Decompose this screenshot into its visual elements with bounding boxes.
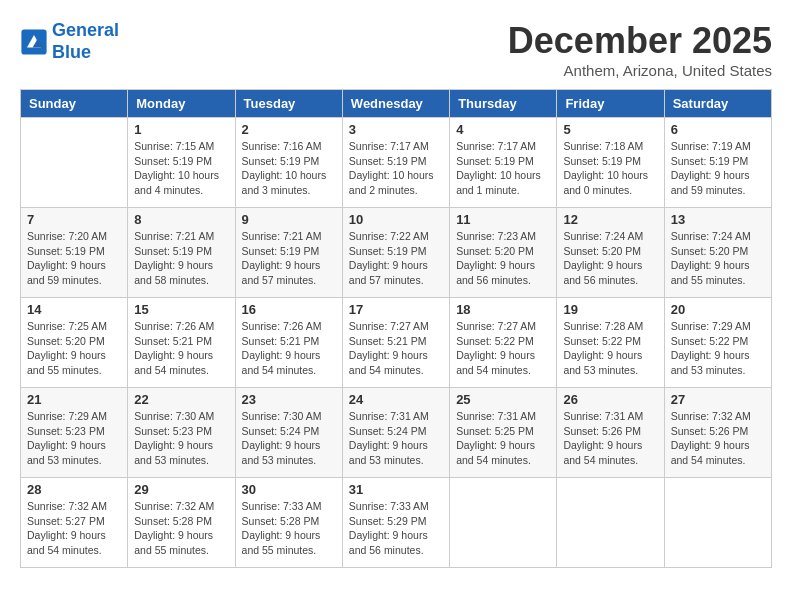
day-cell: 11Sunrise: 7:23 AMSunset: 5:20 PMDayligh…	[450, 208, 557, 298]
day-number: 1	[134, 122, 228, 137]
day-cell: 8Sunrise: 7:21 AMSunset: 5:19 PMDaylight…	[128, 208, 235, 298]
day-cell: 9Sunrise: 7:21 AMSunset: 5:19 PMDaylight…	[235, 208, 342, 298]
day-info: Sunrise: 7:19 AMSunset: 5:19 PMDaylight:…	[671, 139, 765, 198]
day-number: 27	[671, 392, 765, 407]
week-row-1: 1Sunrise: 7:15 AMSunset: 5:19 PMDaylight…	[21, 118, 772, 208]
day-info: Sunrise: 7:25 AMSunset: 5:20 PMDaylight:…	[27, 319, 121, 378]
day-number: 8	[134, 212, 228, 227]
day-cell: 18Sunrise: 7:27 AMSunset: 5:22 PMDayligh…	[450, 298, 557, 388]
day-number: 30	[242, 482, 336, 497]
day-info: Sunrise: 7:33 AMSunset: 5:28 PMDaylight:…	[242, 499, 336, 558]
day-number: 24	[349, 392, 443, 407]
header-row: SundayMondayTuesdayWednesdayThursdayFrid…	[21, 90, 772, 118]
day-number: 15	[134, 302, 228, 317]
day-cell: 22Sunrise: 7:30 AMSunset: 5:23 PMDayligh…	[128, 388, 235, 478]
day-info: Sunrise: 7:26 AMSunset: 5:21 PMDaylight:…	[134, 319, 228, 378]
day-cell: 10Sunrise: 7:22 AMSunset: 5:19 PMDayligh…	[342, 208, 449, 298]
day-info: Sunrise: 7:20 AMSunset: 5:19 PMDaylight:…	[27, 229, 121, 288]
day-cell: 28Sunrise: 7:32 AMSunset: 5:27 PMDayligh…	[21, 478, 128, 568]
day-info: Sunrise: 7:32 AMSunset: 5:27 PMDaylight:…	[27, 499, 121, 558]
day-info: Sunrise: 7:17 AMSunset: 5:19 PMDaylight:…	[349, 139, 443, 198]
day-cell: 1Sunrise: 7:15 AMSunset: 5:19 PMDaylight…	[128, 118, 235, 208]
day-cell: 13Sunrise: 7:24 AMSunset: 5:20 PMDayligh…	[664, 208, 771, 298]
day-info: Sunrise: 7:21 AMSunset: 5:19 PMDaylight:…	[134, 229, 228, 288]
day-cell: 4Sunrise: 7:17 AMSunset: 5:19 PMDaylight…	[450, 118, 557, 208]
col-header-tuesday: Tuesday	[235, 90, 342, 118]
col-header-wednesday: Wednesday	[342, 90, 449, 118]
day-cell	[557, 478, 664, 568]
day-info: Sunrise: 7:24 AMSunset: 5:20 PMDaylight:…	[671, 229, 765, 288]
col-header-monday: Monday	[128, 90, 235, 118]
logo-line2: Blue	[52, 42, 91, 62]
col-header-thursday: Thursday	[450, 90, 557, 118]
day-number: 2	[242, 122, 336, 137]
day-cell: 16Sunrise: 7:26 AMSunset: 5:21 PMDayligh…	[235, 298, 342, 388]
day-info: Sunrise: 7:26 AMSunset: 5:21 PMDaylight:…	[242, 319, 336, 378]
day-cell	[664, 478, 771, 568]
day-number: 13	[671, 212, 765, 227]
day-cell: 27Sunrise: 7:32 AMSunset: 5:26 PMDayligh…	[664, 388, 771, 478]
day-number: 19	[563, 302, 657, 317]
day-number: 16	[242, 302, 336, 317]
day-number: 22	[134, 392, 228, 407]
day-number: 28	[27, 482, 121, 497]
day-cell: 23Sunrise: 7:30 AMSunset: 5:24 PMDayligh…	[235, 388, 342, 478]
day-info: Sunrise: 7:30 AMSunset: 5:23 PMDaylight:…	[134, 409, 228, 468]
day-number: 31	[349, 482, 443, 497]
day-number: 10	[349, 212, 443, 227]
day-cell: 7Sunrise: 7:20 AMSunset: 5:19 PMDaylight…	[21, 208, 128, 298]
calendar-table: SundayMondayTuesdayWednesdayThursdayFrid…	[20, 89, 772, 568]
week-row-5: 28Sunrise: 7:32 AMSunset: 5:27 PMDayligh…	[21, 478, 772, 568]
day-number: 12	[563, 212, 657, 227]
day-cell: 6Sunrise: 7:19 AMSunset: 5:19 PMDaylight…	[664, 118, 771, 208]
location-subtitle: Anthem, Arizona, United States	[508, 62, 772, 79]
header: General Blue December 2025 Anthem, Arizo…	[20, 20, 772, 79]
logo-line1: General	[52, 20, 119, 40]
day-info: Sunrise: 7:22 AMSunset: 5:19 PMDaylight:…	[349, 229, 443, 288]
day-info: Sunrise: 7:18 AMSunset: 5:19 PMDaylight:…	[563, 139, 657, 198]
day-number: 18	[456, 302, 550, 317]
day-cell: 24Sunrise: 7:31 AMSunset: 5:24 PMDayligh…	[342, 388, 449, 478]
day-cell: 31Sunrise: 7:33 AMSunset: 5:29 PMDayligh…	[342, 478, 449, 568]
day-number: 20	[671, 302, 765, 317]
day-cell: 25Sunrise: 7:31 AMSunset: 5:25 PMDayligh…	[450, 388, 557, 478]
day-number: 6	[671, 122, 765, 137]
day-number: 21	[27, 392, 121, 407]
week-row-3: 14Sunrise: 7:25 AMSunset: 5:20 PMDayligh…	[21, 298, 772, 388]
day-number: 14	[27, 302, 121, 317]
day-number: 3	[349, 122, 443, 137]
day-cell: 15Sunrise: 7:26 AMSunset: 5:21 PMDayligh…	[128, 298, 235, 388]
day-cell: 20Sunrise: 7:29 AMSunset: 5:22 PMDayligh…	[664, 298, 771, 388]
day-info: Sunrise: 7:31 AMSunset: 5:26 PMDaylight:…	[563, 409, 657, 468]
day-cell: 17Sunrise: 7:27 AMSunset: 5:21 PMDayligh…	[342, 298, 449, 388]
day-cell: 2Sunrise: 7:16 AMSunset: 5:19 PMDaylight…	[235, 118, 342, 208]
day-cell	[450, 478, 557, 568]
day-number: 23	[242, 392, 336, 407]
day-cell: 21Sunrise: 7:29 AMSunset: 5:23 PMDayligh…	[21, 388, 128, 478]
day-cell: 3Sunrise: 7:17 AMSunset: 5:19 PMDaylight…	[342, 118, 449, 208]
logo-icon	[20, 28, 48, 56]
day-number: 5	[563, 122, 657, 137]
day-info: Sunrise: 7:31 AMSunset: 5:25 PMDaylight:…	[456, 409, 550, 468]
col-header-friday: Friday	[557, 90, 664, 118]
day-cell: 29Sunrise: 7:32 AMSunset: 5:28 PMDayligh…	[128, 478, 235, 568]
week-row-2: 7Sunrise: 7:20 AMSunset: 5:19 PMDaylight…	[21, 208, 772, 298]
logo-text: General Blue	[52, 20, 119, 63]
day-cell	[21, 118, 128, 208]
day-cell: 12Sunrise: 7:24 AMSunset: 5:20 PMDayligh…	[557, 208, 664, 298]
day-info: Sunrise: 7:28 AMSunset: 5:22 PMDaylight:…	[563, 319, 657, 378]
day-cell: 30Sunrise: 7:33 AMSunset: 5:28 PMDayligh…	[235, 478, 342, 568]
day-info: Sunrise: 7:32 AMSunset: 5:28 PMDaylight:…	[134, 499, 228, 558]
day-number: 9	[242, 212, 336, 227]
day-cell: 19Sunrise: 7:28 AMSunset: 5:22 PMDayligh…	[557, 298, 664, 388]
col-header-saturday: Saturday	[664, 90, 771, 118]
col-header-sunday: Sunday	[21, 90, 128, 118]
day-number: 26	[563, 392, 657, 407]
day-info: Sunrise: 7:33 AMSunset: 5:29 PMDaylight:…	[349, 499, 443, 558]
day-info: Sunrise: 7:27 AMSunset: 5:22 PMDaylight:…	[456, 319, 550, 378]
day-info: Sunrise: 7:21 AMSunset: 5:19 PMDaylight:…	[242, 229, 336, 288]
day-info: Sunrise: 7:16 AMSunset: 5:19 PMDaylight:…	[242, 139, 336, 198]
day-info: Sunrise: 7:30 AMSunset: 5:24 PMDaylight:…	[242, 409, 336, 468]
day-number: 11	[456, 212, 550, 227]
day-info: Sunrise: 7:32 AMSunset: 5:26 PMDaylight:…	[671, 409, 765, 468]
